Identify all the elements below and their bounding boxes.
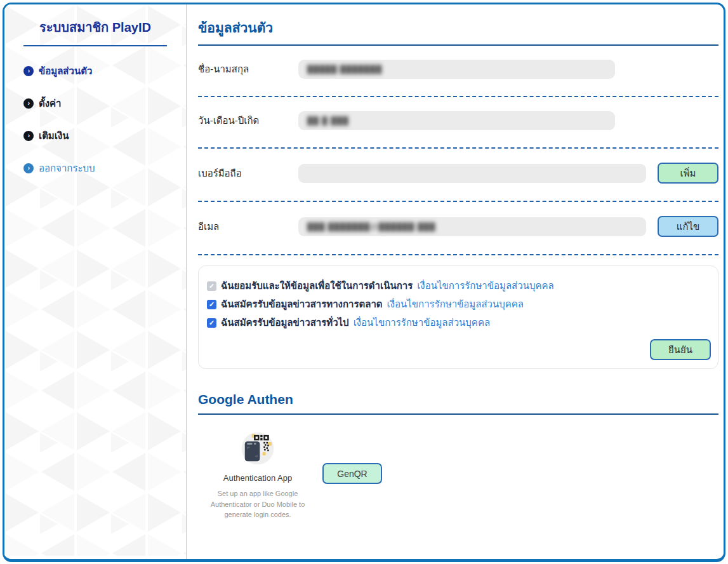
dob-label: วัน-เดือน-ปีเกิด bbox=[198, 113, 298, 128]
sidebar-item-logout[interactable]: › ออกจากระบบ bbox=[23, 161, 186, 176]
chevron-circle-icon: › bbox=[23, 66, 34, 76]
consent-text: ฉันสมัครรับข้อมูลข่าวสารทั่วไป bbox=[221, 315, 349, 330]
authentication-app-description: Set up an app like Google Authenticator … bbox=[202, 488, 314, 520]
email-row: อีเมล ███ ███████@██████ ███ แก้ไข bbox=[198, 216, 718, 237]
confirm-button[interactable]: ยืนยัน bbox=[650, 339, 711, 360]
title-underline bbox=[198, 44, 718, 46]
consent-row-marketing: ✓ ฉันสมัครรับข้อมูลข่าวสารทางการตลาด เงื… bbox=[207, 297, 711, 312]
sidebar: ระบบสมาชิก PlayID › ข้อมูลส่วนตัว › ตั้ง… bbox=[4, 4, 187, 559]
dob-field[interactable]: ██ █ ███ bbox=[298, 111, 615, 130]
general-news-checkbox[interactable]: ✓ bbox=[207, 318, 216, 328]
edit-email-button[interactable]: แก้ไข bbox=[658, 216, 718, 237]
mobile-input[interactable] bbox=[298, 164, 646, 183]
authen-section: Authentication App Set up an app like Go… bbox=[198, 431, 718, 520]
consent-text: ฉันยอมรับและให้ข้อมูลเพื่อใช้ในการดำเนิน… bbox=[221, 278, 413, 293]
sidebar-item-topup[interactable]: › เติมเงิน bbox=[23, 128, 186, 144]
authentication-app-label: Authentication App bbox=[202, 473, 314, 483]
genqr-button[interactable]: GenQR bbox=[322, 463, 382, 484]
sidebar-menu: › ข้อมูลส่วนตัว › ตั้งค่า › เติมเงิน › อ… bbox=[4, 64, 186, 176]
name-field[interactable]: █████ ███████ bbox=[298, 60, 615, 79]
email-field[interactable]: ███ ███████@██████ ███ bbox=[298, 217, 646, 236]
chevron-circle-icon: › bbox=[23, 131, 34, 141]
dashed-separator bbox=[198, 201, 718, 202]
add-mobile-button[interactable]: เพิ่ม bbox=[658, 163, 718, 184]
app-frame: ระบบสมาชิก PlayID › ข้อมูลส่วนตัว › ตั้ง… bbox=[3, 3, 725, 562]
name-row: ชื่อ-นามสกุล █████ ███████ bbox=[198, 60, 718, 79]
sidebar-title: ระบบสมาชิก PlayID bbox=[23, 17, 167, 46]
qr-scanner-icon bbox=[241, 431, 275, 466]
consent-text: ฉันสมัครรับข้อมูลข่าวสารทางการตลาด bbox=[221, 297, 383, 312]
sidebar-item-settings[interactable]: › ตั้งค่า bbox=[23, 96, 186, 111]
email-label: อีเมล bbox=[198, 219, 298, 234]
privacy-policy-link[interactable]: เงื่อนไขการรักษาข้อมูลส่วนบุคคล bbox=[354, 315, 490, 330]
sidebar-item-personal-info[interactable]: › ข้อมูลส่วนตัว bbox=[23, 64, 186, 79]
consent-actions: ยืนยัน bbox=[207, 339, 711, 360]
consent-row-processing: ✓ ฉันยอมรับและให้ข้อมูลเพื่อใช้ในการดำเน… bbox=[207, 278, 711, 293]
page: ระบบสมาชิก PlayID › ข้อมูลส่วนตัว › ตั้ง… bbox=[0, 0, 728, 564]
name-value-redacted: █████ ███████ bbox=[307, 65, 382, 74]
dashed-separator bbox=[198, 254, 718, 255]
mobile-label: เบอร์มือถือ bbox=[198, 166, 298, 181]
name-label: ชื่อ-นามสกุล bbox=[198, 62, 298, 77]
email-value-redacted: ███ ███████@██████ ███ bbox=[307, 222, 435, 231]
dashed-separator bbox=[198, 147, 718, 149]
main-content: ข้อมูลส่วนตัว ชื่อ-นามสกุล █████ ███████… bbox=[187, 4, 724, 559]
privacy-policy-link[interactable]: เงื่อนไขการรักษาข้อมูลส่วนบุคคล bbox=[387, 297, 524, 312]
sidebar-item-label: ข้อมูลส่วนตัว bbox=[39, 64, 92, 79]
mobile-row: เบอร์มือถือ เพิ่ม bbox=[198, 163, 718, 184]
privacy-policy-link[interactable]: เงื่อนไขการรักษาข้อมูลส่วนบุคคล bbox=[417, 278, 553, 293]
dob-row: วัน-เดือน-ปีเกิด ██ █ ███ bbox=[198, 111, 718, 130]
consent-checkbox-disabled[interactable]: ✓ bbox=[207, 281, 216, 291]
chevron-circle-icon: › bbox=[23, 163, 34, 173]
sidebar-item-label: ออกจากระบบ bbox=[39, 161, 95, 176]
page-title: ข้อมูลส่วนตัว bbox=[198, 17, 718, 38]
consent-box: ✓ ฉันยอมรับและให้ข้อมูลเพื่อใช้ในการดำเน… bbox=[198, 265, 718, 369]
consent-row-general-news: ✓ ฉันสมัครรับข้อมูลข่าวสารทั่วไป เงื่อนไ… bbox=[207, 315, 711, 330]
marketing-checkbox[interactable]: ✓ bbox=[207, 300, 216, 309]
dashed-separator bbox=[198, 96, 718, 97]
chevron-circle-icon: › bbox=[23, 98, 34, 109]
sidebar-item-label: เติมเงิน bbox=[39, 128, 69, 144]
sidebar-item-label: ตั้งค่า bbox=[39, 96, 62, 111]
dob-value-redacted: ██ █ ███ bbox=[307, 116, 349, 125]
google-authen-title: Google Authen bbox=[198, 392, 718, 407]
google-authen-underline bbox=[198, 413, 718, 415]
authentication-app-block: Authentication App Set up an app like Go… bbox=[202, 431, 314, 520]
